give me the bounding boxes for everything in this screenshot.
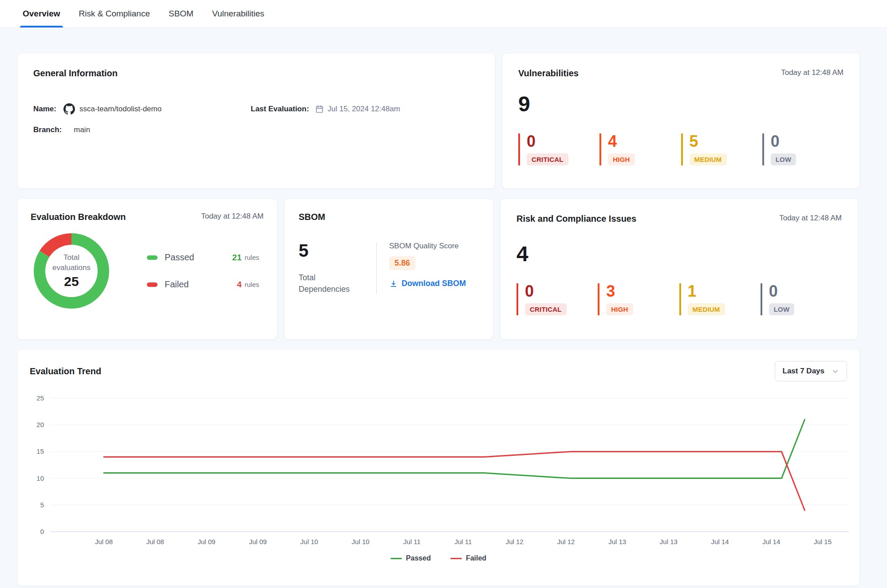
general-information-row-1: Name: ssca-team/todolist-demo Last Evalu…: [33, 103, 479, 115]
tab-sbom[interactable]: SBOM: [169, 0, 193, 27]
last-evaluation-row: Last Evaluation: Jul 15, 2024 12:48am: [251, 105, 400, 114]
sbom-card: SBOM 5 Total Dependencies SBOM Quality S…: [284, 198, 493, 340]
x-tick-label: Jul 12: [506, 538, 524, 545]
legend-item-failed[interactable]: Failed: [450, 554, 486, 562]
vulnerabilities-timestamp: Today at 12:48 AM: [781, 68, 844, 77]
tab-sbom-label: SBOM: [169, 9, 193, 19]
vuln-critical-badge: CRITICAL: [527, 153, 568, 165]
x-tick-label: Jul 14: [762, 538, 780, 545]
row-1: General Information Name: ssca-team/todo…: [17, 53, 860, 189]
risk-high-count: 3: [606, 283, 679, 299]
trend-legend: PassedFailed: [17, 554, 859, 562]
y-tick-label: 10: [36, 474, 44, 482]
donut-center-value: 25: [64, 274, 79, 289]
vuln-critical-count: 0: [527, 133, 599, 149]
risk-low-item: 0 LOW: [761, 283, 842, 315]
risk-compliance-title: Risk and Compliance Issues: [516, 214, 636, 224]
risk-medium-count: 1: [688, 283, 761, 299]
x-tick-label: Jul 12: [557, 538, 575, 545]
x-tick-label: Jul 09: [249, 538, 267, 545]
tab-overview[interactable]: Overview: [23, 0, 60, 27]
passed-label: Passed: [165, 252, 232, 263]
evaluations-donut-chart: Total evaluations 25: [33, 233, 110, 309]
risk-severity-row: 0 CRITICAL 3 HIGH 1 MEDIUM 0 LOW: [516, 283, 842, 315]
download-sbom-label: Download SBOM: [402, 279, 466, 288]
total-dependencies-count: 5: [299, 242, 376, 259]
general-information-rows: Name: ssca-team/todolist-demo Last Evalu…: [33, 103, 479, 134]
legend-label-passed: Passed: [406, 554, 431, 562]
legend-failed-row: Failed 4 rules: [147, 279, 259, 290]
vulnerabilities-severity-row: 0 CRITICAL 4 HIGH 5 MEDIUM 0 LOW: [518, 133, 844, 165]
tab-overview-label: Overview: [23, 9, 60, 19]
risk-compliance-header: Risk and Compliance Issues Today at 12:4…: [516, 214, 842, 224]
row-2: Evaluation Breakdown Today at 12:48 AM T…: [17, 198, 860, 340]
passed-rules-unit: rules: [244, 254, 259, 261]
y-tick-label: 20: [36, 421, 44, 428]
x-tick-label: Jul 10: [300, 538, 318, 545]
x-tick-label: Jul 13: [660, 538, 678, 545]
sbom-content: 5 Total Dependencies SBOM Quality Score …: [299, 242, 479, 295]
last-evaluation-value: Jul 15, 2024 12:48am: [327, 105, 400, 114]
sbom-title: SBOM: [299, 212, 479, 222]
risk-critical-badge: CRITICAL: [525, 303, 567, 315]
vulnerabilities-card: Vulnerabilities Today at 12:48 AM 9 0 CR…: [502, 53, 860, 189]
risk-critical-item: 0 CRITICAL: [516, 283, 598, 315]
x-tick-label: Jul 11: [403, 538, 421, 545]
risk-low-badge: LOW: [769, 303, 795, 315]
tab-risk-compliance[interactable]: Risk & Compliance: [79, 0, 150, 27]
calendar-icon: [315, 105, 324, 114]
failed-rules-count: 4: [237, 280, 242, 290]
vulnerabilities-card-header: Vulnerabilities Today at 12:48 AM: [518, 68, 844, 78]
vuln-high-item: 4 HIGH: [599, 133, 681, 165]
legend-item-passed[interactable]: Passed: [390, 554, 431, 562]
failed-label: Failed: [165, 279, 237, 290]
general-information-card: General Information Name: ssca-team/todo…: [17, 53, 495, 189]
tab-vulnerabilities-label: Vulnerabilities: [212, 9, 264, 19]
date-range-value: Last 7 Days: [783, 367, 825, 376]
download-icon: [389, 279, 398, 288]
evaluation-trend-card: Evaluation Trend Last 7 Days 0510152025J…: [17, 349, 860, 586]
risk-medium-badge: MEDIUM: [688, 303, 725, 315]
x-tick-label: Jul 09: [197, 538, 215, 545]
donut-center: Total evaluations 25: [33, 233, 110, 309]
x-tick-label: Jul 13: [608, 538, 626, 545]
vuln-medium-count: 5: [690, 133, 762, 149]
repo-name-value[interactable]: ssca-team/todolist-demo: [79, 105, 162, 114]
risk-critical-count: 0: [525, 283, 598, 299]
github-icon: [63, 103, 75, 115]
failed-rules-unit: rules: [244, 281, 259, 288]
tab-bar: Overview Risk & Compliance SBOM Vulnerab…: [0, 0, 887, 28]
chevron-down-icon: [832, 368, 839, 375]
sbom-quality-score-value: 5.86: [389, 256, 415, 270]
vulnerabilities-title: Vulnerabilities: [518, 68, 579, 78]
risk-high-badge: HIGH: [606, 303, 633, 315]
trend-line-failed: [104, 451, 805, 510]
x-tick-label: Jul 14: [711, 538, 729, 545]
dashboard-content: General Information Name: ssca-team/todo…: [0, 28, 887, 586]
evaluation-breakdown-card: Evaluation Breakdown Today at 12:48 AM T…: [17, 198, 277, 340]
risk-high-item: 3 HIGH: [598, 283, 679, 315]
download-sbom-link[interactable]: Download SBOM: [389, 279, 466, 288]
evaluation-breakdown-title: Evaluation Breakdown: [31, 212, 126, 222]
legend-label-failed: Failed: [466, 554, 486, 562]
passed-rules-count: 21: [232, 253, 241, 263]
name-label: Name:: [33, 105, 56, 114]
tab-vulnerabilities[interactable]: Vulnerabilities: [212, 0, 264, 27]
vuln-high-badge: HIGH: [608, 153, 635, 165]
evaluation-breakdown-timestamp: Today at 12:48 AM: [201, 212, 264, 221]
evaluation-trend-chart: 0510152025Jul 08Jul 08Jul 09Jul 09Jul 10…: [17, 393, 860, 549]
risk-compliance-card: Risk and Compliance Issues Today at 12:4…: [500, 198, 858, 340]
failed-line-swatch-icon: [450, 558, 462, 559]
sbom-totals: 5 Total Dependencies: [299, 242, 376, 295]
evaluation-breakdown-legend: Passed 21 rules Failed 4 rules: [147, 252, 264, 290]
date-range-dropdown[interactable]: Last 7 Days: [775, 361, 848, 381]
evaluation-trend-header: Evaluation Trend Last 7 Days: [17, 361, 859, 381]
trend-line-passed: [104, 419, 805, 478]
risk-medium-item: 1 MEDIUM: [679, 283, 761, 315]
evaluation-breakdown-content: Total evaluations 25 Passed 21 rules: [31, 233, 264, 309]
passed-line-swatch-icon: [390, 558, 402, 559]
risk-compliance-timestamp: Today at 12:48 AM: [779, 214, 842, 223]
tab-risk-compliance-label: Risk & Compliance: [79, 9, 150, 19]
vuln-high-count: 4: [608, 133, 681, 149]
y-tick-label: 25: [36, 394, 44, 402]
